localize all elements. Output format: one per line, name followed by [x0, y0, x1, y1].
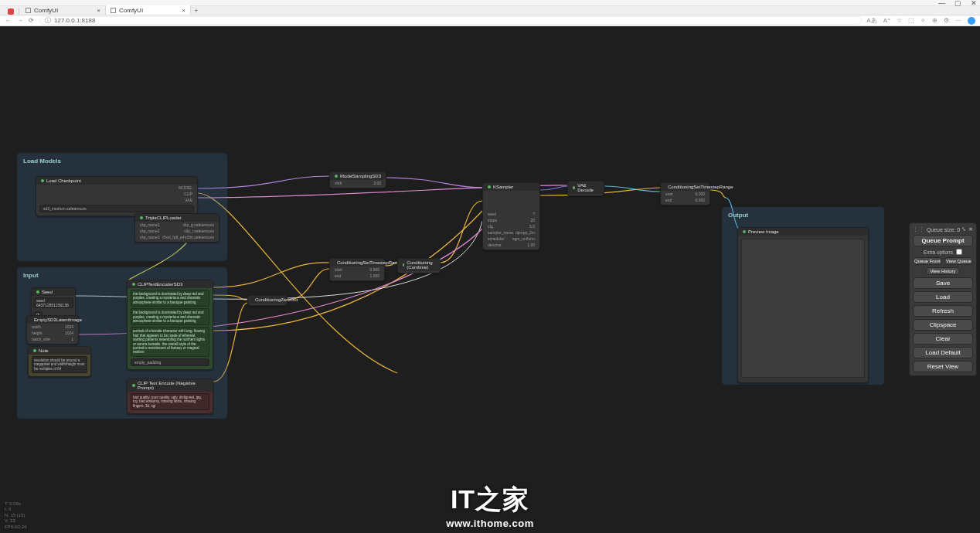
node-conditioning-timestep-range-2[interactable]: ConditioningSetTimestepRange start0.000 … — [660, 182, 710, 205]
panel-drag-handle[interactable]: ⋮⋮ — [913, 226, 925, 233]
node-title: VAE Decode — [577, 183, 599, 192]
node-model-sampling-sd3[interactable]: ModelSamplingSD3 shift3.00 — [329, 171, 386, 188]
window-minimize[interactable]: — — [938, 0, 945, 7]
node-title: ConditioningSetTimestepRange — [668, 185, 733, 189]
queue-size-label: Queue size: — [927, 227, 955, 233]
control-panel[interactable]: ⋮⋮ Queue size: 0 ⤡ ✕ Queue Prompt Extra … — [909, 222, 977, 376]
downloads-icon[interactable]: ⊕ — [932, 17, 937, 24]
note-text[interactable]: resolution should be around a megapixel … — [32, 356, 87, 373]
view-history-button[interactable]: View History — [926, 267, 959, 275]
clipspace-button[interactable]: Clipspace — [913, 319, 973, 331]
favicon-icon — [26, 8, 31, 13]
empty-padding-field[interactable]: empty_padding — [131, 358, 209, 366]
read-aloud-icon[interactable]: A⁺ — [883, 17, 890, 24]
nav-forward-icon[interactable]: → — [16, 17, 23, 24]
ckpt-field[interactable]: sd3_medium.safetensors — [39, 205, 194, 212]
nav-back-icon[interactable]: ← — [5, 17, 12, 24]
negative-prompt[interactable]: bad quality, poor quality, ugly, disfigu… — [131, 393, 209, 410]
new-tab-button[interactable]: + — [191, 7, 202, 15]
canvas-stats: T: 0.00s I: 0 N: 15 [15] V: 33 FPS:60.24 — [5, 501, 26, 531]
node-graph-canvas[interactable]: Load Models Input Output Load Checkpoint… — [3, 29, 977, 530]
workspace[interactable]: Load Models Input Output Load Checkpoint… — [0, 26, 980, 533]
node-conditioning-timestep-range-1[interactable]: ConditioningSetTimestepRange start0.900 … — [329, 258, 385, 281]
queue-size-value: 0 — [957, 227, 960, 233]
node-title: ModelSamplingSD3 — [340, 174, 381, 178]
url-bar: ← → ⟳ ⓘ 127.0.0.1:8188 Aあ A⁺ ☆ ⬚ ✧ ⊕ ⚙ ⋯ — [0, 15, 980, 26]
toolbar-right: Aあ A⁺ ☆ ⬚ ✧ ⊕ ⚙ ⋯ — [866, 16, 975, 25]
group-title: Load Models — [20, 156, 224, 166]
node-title: Note — [39, 348, 49, 353]
prompt-t5[interactable]: portrait of a female character with long… — [131, 327, 209, 356]
reset-view-button[interactable]: Reset View — [913, 361, 973, 372]
node-ksampler[interactable]: KSampler seed? steps20 cfg5.0 sampler_na… — [482, 182, 540, 250]
browser-tab-2[interactable]: ComfyUI × — [106, 5, 191, 15]
node-title: KSampler — [493, 185, 513, 189]
node-clip-text-encode[interactable]: CLIPTextEncoderSD3 the background is dom… — [127, 280, 213, 370]
more-icon[interactable]: ⋯ — [955, 17, 961, 24]
collections-icon[interactable]: ⬚ — [908, 17, 914, 24]
tab-close-icon[interactable]: × — [97, 7, 100, 14]
tab-label: ComfyUI — [119, 7, 143, 14]
extensions-icon[interactable]: ✧ — [920, 17, 926, 24]
node-title: Seed — [42, 290, 53, 294]
site-info-icon[interactable]: ⓘ — [45, 16, 51, 25]
panel-close-icon[interactable]: ✕ — [968, 226, 973, 233]
app-icon — [8, 8, 14, 15]
queue-front-button[interactable]: Queue Front — [913, 257, 942, 265]
browser-tab-1[interactable]: ComfyUI × — [21, 5, 106, 15]
node-vae-decode[interactable]: VAE Decode — [567, 181, 604, 196]
prompt-l[interactable]: the background is dominated by deep red … — [131, 308, 209, 325]
seed-value[interactable]: seed 643712851236138 — [33, 297, 73, 308]
load-default-button[interactable]: Load Default — [913, 347, 973, 358]
node-preview-image[interactable]: Preview Image — [737, 227, 869, 383]
window-maximize[interactable]: ▢ — [954, 0, 961, 7]
queue-prompt-button[interactable]: Queue Prompt — [913, 235, 973, 246]
node-note[interactable]: Note resolution should be around a megap… — [28, 346, 91, 377]
prompt-g[interactable]: the background is dominated by deep red … — [131, 290, 209, 307]
save-button[interactable]: Save — [913, 277, 973, 289]
favicon-icon — [111, 8, 116, 13]
node-title: Preview Image — [748, 229, 779, 234]
extra-options-label: Extra options — [924, 250, 953, 255]
node-title: Load Checkpoint — [46, 178, 81, 183]
address-text: 127.0.0.1:8188 — [54, 17, 95, 24]
load-button[interactable]: Load — [913, 291, 973, 303]
panel-resize-icon[interactable]: ⤡ — [961, 226, 966, 233]
tab-close-icon[interactable]: × — [182, 7, 185, 14]
settings-icon[interactable]: ⚙ — [944, 17, 949, 24]
group-title: Output — [725, 210, 881, 220]
node-title: Conditioning (Combine) — [407, 260, 435, 270]
preview-image-area — [741, 239, 865, 378]
divider — [19, 7, 19, 15]
tab-label: ComfyUI — [34, 7, 58, 14]
window-close[interactable]: ✕ — [971, 0, 977, 7]
refresh-button[interactable]: Refresh — [913, 305, 973, 317]
nav-reload-icon[interactable]: ⟳ — [28, 17, 35, 24]
node-conditioning-combine[interactable]: Conditioning (Combine) — [397, 258, 441, 273]
node-title: CLIP Text Encode (Negative Prompt) — [138, 381, 208, 390]
node-load-checkpoint[interactable]: Load Checkpoint MODEL CLIP VAE sd3_mediu… — [36, 176, 198, 216]
clear-button[interactable]: Clear — [913, 333, 973, 345]
favorites-icon[interactable]: ☆ — [897, 17, 902, 24]
node-triple-clip-loader[interactable]: TripleCLIPLoader clip_name1clip_g.safete… — [134, 213, 219, 243]
tab-strip: ComfyUI × ComfyUI × + — [0, 6, 980, 15]
node-clip-text-encode-negative[interactable]: CLIP Text Encode (Negative Prompt) bad q… — [127, 379, 213, 414]
node-conditioning-zero-out[interactable]: ConditioningZeroOut — [247, 295, 288, 306]
node-empty-latent[interactable]: EmptySD3LatentImage width1024 height1024… — [26, 315, 79, 345]
node-title: ConditioningSetTimestepRange — [337, 260, 403, 265]
extra-options-checkbox[interactable] — [956, 249, 962, 255]
address-box[interactable]: ⓘ 127.0.0.1:8188 — [39, 16, 862, 25]
node-title: CLIPTextEncoderSD3 — [138, 282, 182, 287]
node-title: EmptySD3LatentImage — [34, 317, 82, 322]
profile-avatar[interactable] — [968, 17, 975, 25]
node-title: TripleCLIPLoader — [145, 216, 182, 220]
node-title: ConditioningZeroOut — [255, 297, 298, 302]
view-queue-button[interactable]: View Queue — [944, 257, 974, 265]
translate-icon[interactable]: Aあ — [866, 16, 876, 25]
